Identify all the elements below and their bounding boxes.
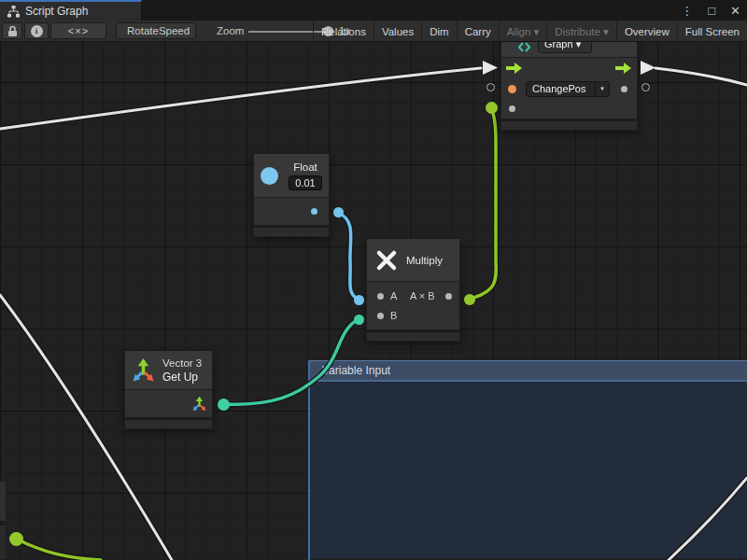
toolbar-right-group: Relations Values Dim Carry Align ▾ Distr… — [313, 21, 747, 42]
toolbar: i <×> RotateSpeed Zoom 1x Relations Valu… — [0, 21, 747, 42]
script-graph-window: Variable Input — [0, 0, 747, 560]
tab-script-graph[interactable]: Script Graph — [0, 0, 142, 21]
info-icon: i — [31, 25, 43, 37]
float-output-port[interactable] — [311, 208, 317, 215]
changepos-dropdown-label: ChangePos — [527, 83, 595, 94]
node-float[interactable]: Float 0.01 — [253, 153, 330, 237]
window-close-button[interactable]: ✕ — [727, 4, 743, 18]
window-controls: ⋮ □ ✕ — [678, 0, 743, 21]
window-menu-button[interactable]: ⋮ — [678, 4, 696, 18]
wire-multiply-to-graph[interactable] — [470, 108, 496, 299]
lock-button[interactable] — [2, 22, 22, 39]
port-b-label: B — [390, 310, 397, 321]
teal-wire-end-multiply-b[interactable] — [354, 315, 364, 325]
vector3-subtitle: Get Up — [162, 371, 202, 384]
toolbar-button-dim[interactable]: Dim — [421, 21, 456, 42]
port-a-input[interactable] — [377, 293, 384, 300]
titlebar: Script Graph ⋮ □ ✕ — [0, 0, 747, 21]
vector3-title: Vector 3 — [162, 357, 202, 369]
code-preview-button[interactable]: <×> — [50, 22, 106, 39]
unconnected-port-right[interactable] — [641, 83, 650, 91]
vector3-icon — [131, 357, 156, 383]
unconnected-port-left[interactable] — [486, 83, 495, 91]
result-output-port[interactable] — [445, 293, 452, 300]
wire-halo — [223, 319, 359, 404]
tab-title: Script Graph — [25, 5, 88, 18]
toolbar-button-values[interactable]: Values — [374, 21, 421, 42]
toolbar-button-distribute[interactable]: Distribute ▾ — [546, 21, 616, 42]
lock-icon — [7, 25, 18, 37]
toolbar-button-relations[interactable]: Relations — [313, 21, 374, 42]
graph-reference-name: RotateSpeed — [127, 25, 190, 36]
float-type-icon — [261, 167, 278, 185]
port-variable-name-input[interactable] — [508, 85, 516, 93]
green-wire-end-multiply[interactable] — [464, 294, 475, 305]
wire-halo — [16, 539, 101, 560]
node-vector3-get-up[interactable]: Vector 3 Get Up — [124, 350, 213, 429]
info-button[interactable]: i — [24, 22, 49, 39]
toolbar-button-align[interactable]: Align ▾ — [499, 21, 547, 42]
toolbar-button-carry[interactable]: Carry — [457, 21, 499, 42]
port-variable-value-output[interactable] — [621, 86, 627, 92]
partial-node-body[interactable] — [0, 481, 7, 522]
blue-wire-end-multiply-a[interactable] — [354, 295, 364, 305]
toolbar-button-overview[interactable]: Overview — [616, 21, 677, 42]
flow-output-arrow-icon[interactable] — [615, 63, 631, 74]
green-wire-end-graph[interactable] — [486, 102, 498, 114]
changepos-dropdown-caret: ▾ — [595, 82, 609, 96]
port-a-label: A — [390, 290, 397, 301]
wire-halo — [470, 108, 496, 299]
multiply-icon — [374, 248, 399, 273]
float-value-field[interactable]: 0.01 — [289, 175, 322, 190]
green-wire-end-bottom-left[interactable] — [9, 532, 23, 546]
flow-in-wire-arrow — [482, 60, 499, 76]
zoom-label: Zoom — [217, 21, 244, 42]
multiply-title: Multiply — [406, 255, 443, 266]
partial-node-footer — [0, 525, 7, 560]
graph-asset-icon — [518, 41, 530, 53]
flow-out-wire-arrow — [640, 60, 656, 76]
result-label: A × B — [410, 290, 435, 301]
vector3-output-port-icon[interactable] — [191, 396, 207, 412]
teal-wire-end-vector[interactable] — [218, 399, 230, 411]
graph-reference-button[interactable]: RotateSpeed — [116, 22, 196, 39]
script-graph-icon — [7, 6, 20, 18]
node-multiply[interactable]: Multiply A A × B B — [366, 238, 460, 342]
changepos-dropdown[interactable]: ChangePos ▾ — [526, 81, 610, 97]
float-title: Float — [293, 161, 317, 173]
blue-wire-end-float[interactable] — [333, 207, 344, 217]
code-preview-icon: <×> — [68, 25, 89, 36]
flow-input-arrow-icon[interactable] — [506, 63, 522, 74]
toolbar-button-full-screen[interactable]: Full Screen — [677, 21, 747, 42]
port-b-input[interactable] — [377, 313, 384, 319]
window-maximize-button[interactable]: □ — [705, 4, 718, 18]
port-value-input[interactable] — [509, 105, 515, 112]
